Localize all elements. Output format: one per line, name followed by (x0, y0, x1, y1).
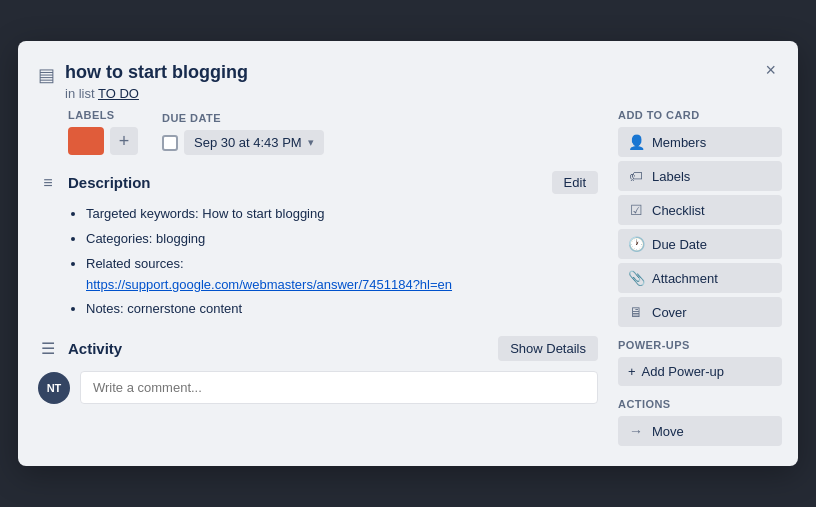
labels-section: LABELS + (68, 109, 138, 155)
edit-description-button[interactable]: Edit (552, 171, 598, 194)
header-content: how to start blogging in list TO DO (65, 61, 778, 101)
cover-button[interactable]: 🖥 Cover (618, 297, 782, 327)
label-chip-red[interactable] (68, 127, 104, 155)
attachment-icon: 📎 (628, 270, 644, 286)
checklist-button[interactable]: ☑ Checklist (618, 195, 782, 225)
labels-row: + (68, 127, 138, 155)
comment-input[interactable] (80, 371, 598, 404)
labels-label: LABELS (68, 109, 138, 121)
move-icon: → (628, 423, 644, 439)
labels-button[interactable]: 🏷 Labels (618, 161, 782, 191)
add-power-up-button[interactable]: + Add Power-up (618, 357, 782, 386)
cover-label: Cover (652, 305, 687, 320)
description-content: Targeted keywords: How to start blogging… (38, 204, 598, 320)
add-power-up-icon: + (628, 364, 636, 379)
list-item: Categories: blogging (86, 229, 598, 250)
item-text: Targeted keywords: How to start blogging (86, 206, 324, 221)
modal-main: LABELS + DUE DATE Sep 30 at 4:43 PM ▾ (18, 109, 618, 466)
power-ups-title: POWER-UPS (618, 339, 782, 351)
description-icon: ≡ (38, 174, 58, 192)
card-subtitle: in list TO DO (65, 86, 778, 101)
description-section: ≡ Description Edit Targeted keywords: Ho… (38, 171, 598, 320)
labels-label: Labels (652, 169, 690, 184)
move-label: Move (652, 424, 684, 439)
due-date-checkbox[interactable] (162, 135, 178, 151)
card-modal: ▤ how to start blogging in list TO DO × … (18, 41, 798, 466)
members-label: Members (652, 135, 706, 150)
comment-row: NT (38, 371, 598, 404)
show-details-button[interactable]: Show Details (498, 336, 598, 361)
add-label-button[interactable]: + (110, 127, 138, 155)
chevron-down-icon: ▾ (308, 136, 314, 149)
modal-header: ▤ how to start blogging in list TO DO × (18, 41, 798, 109)
list-link[interactable]: TO DO (98, 86, 139, 101)
add-power-up-label: Add Power-up (642, 364, 724, 379)
add-to-card-title: ADD TO CARD (618, 109, 782, 121)
item-prefix: Related sources: (86, 256, 184, 271)
members-button[interactable]: 👤 Members (618, 127, 782, 157)
checklist-icon: ☑ (628, 202, 644, 218)
card-title: how to start blogging (65, 61, 778, 84)
due-date-section: DUE DATE Sep 30 at 4:43 PM ▾ (162, 112, 324, 155)
move-button[interactable]: → Move (618, 416, 782, 446)
meta-row: LABELS + DUE DATE Sep 30 at 4:43 PM ▾ (38, 109, 598, 155)
cover-icon: 🖥 (628, 304, 644, 320)
members-icon: 👤 (628, 134, 644, 150)
card-icon: ▤ (38, 64, 55, 86)
activity-header: ☰ Activity Show Details (38, 336, 598, 361)
list-item: Targeted keywords: How to start blogging (86, 204, 598, 225)
description-list: Targeted keywords: How to start blogging… (68, 204, 598, 320)
due-date-sidebar-button[interactable]: 🕐 Due Date (618, 229, 782, 259)
due-date-sidebar-icon: 🕐 (628, 236, 644, 252)
close-button[interactable]: × (759, 57, 782, 83)
list-item: Notes: cornerstone content (86, 299, 598, 320)
item-text: Notes: cornerstone content (86, 301, 242, 316)
item-text: Categories: blogging (86, 231, 205, 246)
list-item: Related sources: https://support.google.… (86, 254, 598, 296)
due-date-label: DUE DATE (162, 112, 324, 124)
subtitle-text: in list (65, 86, 95, 101)
description-title: Description (68, 174, 542, 191)
activity-section: ☰ Activity Show Details NT (38, 336, 598, 404)
labels-icon: 🏷 (628, 168, 644, 184)
due-date-sidebar-label: Due Date (652, 237, 707, 252)
attachment-button[interactable]: 📎 Attachment (618, 263, 782, 293)
source-link[interactable]: https://support.google.com/webmasters/an… (86, 277, 452, 292)
due-date-button[interactable]: Sep 30 at 4:43 PM ▾ (184, 130, 324, 155)
avatar: NT (38, 372, 70, 404)
due-date-value: Sep 30 at 4:43 PM (194, 135, 302, 150)
actions-title: ACTIONS (618, 398, 782, 410)
description-header: ≡ Description Edit (38, 171, 598, 194)
attachment-label: Attachment (652, 271, 718, 286)
activity-title: Activity (68, 340, 488, 357)
activity-icon: ☰ (38, 339, 58, 358)
checklist-label: Checklist (652, 203, 705, 218)
modal-sidebar: ADD TO CARD 👤 Members 🏷 Labels ☑ Checkli… (618, 109, 798, 466)
due-date-row: Sep 30 at 4:43 PM ▾ (162, 130, 324, 155)
modal-body: LABELS + DUE DATE Sep 30 at 4:43 PM ▾ (18, 109, 798, 466)
